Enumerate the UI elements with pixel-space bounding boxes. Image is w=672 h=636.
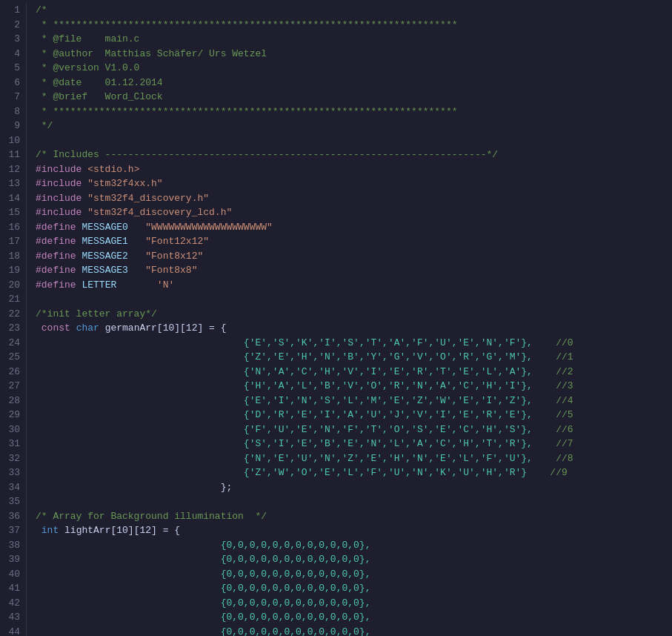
line-number: 3 bbox=[6, 32, 20, 47]
code-line: * @date 01.12.2014 bbox=[36, 76, 663, 90]
token-array-content: {0,0,0,0,0,0,0,0,0,0,0,0}, bbox=[221, 554, 371, 565]
code-line: * **************************************… bbox=[36, 18, 663, 33]
code-line: {'E','I','N','S','L','M','E','Z','W','E'… bbox=[36, 394, 663, 408]
token-include-str: "stm32f4xx.h" bbox=[87, 178, 162, 189]
code-line: }; bbox=[36, 480, 663, 495]
code-editor: 1234567891011121314151617181920212223242… bbox=[0, 0, 672, 636]
line-number: 44 bbox=[6, 625, 20, 637]
line-number: 15 bbox=[6, 205, 20, 220]
token-define-val: "Font8x8" bbox=[145, 265, 197, 276]
token-normal bbox=[36, 583, 221, 594]
token-normal bbox=[36, 453, 244, 464]
token-include-str: <stdio.h> bbox=[87, 164, 139, 175]
code-line bbox=[36, 133, 663, 148]
code-line: {'F','U','E','N','F','T','O','S','E','C'… bbox=[36, 423, 663, 437]
code-line: {0,0,0,0,0,0,0,0,0,0,0,0}, bbox=[36, 596, 663, 611]
token-normal: germanArr[10][12] = { bbox=[105, 322, 227, 334]
code-line: const char germanArr[10][12] = { bbox=[36, 321, 663, 336]
token-line-comment: //1 bbox=[533, 351, 573, 362]
line-number: 37 bbox=[6, 523, 20, 538]
token-comment: * @brief Word_Clock bbox=[36, 91, 163, 102]
line-number: 2 bbox=[6, 18, 20, 33]
token-normal bbox=[36, 540, 221, 551]
code-content[interactable]: /* * ***********************************… bbox=[27, 3, 672, 636]
code-line: {0,0,0,0,0,0,0,0,0,0,0,0}, bbox=[36, 538, 663, 553]
token-array-content: {0,0,0,0,0,0,0,0,0,0,0,0}, bbox=[221, 597, 371, 609]
line-number: 41 bbox=[6, 581, 20, 596]
code-line: #define MESSAGE3 "Font8x8" bbox=[36, 263, 663, 278]
line-number: 24 bbox=[6, 336, 20, 351]
token-normal bbox=[36, 380, 244, 391]
token-array-content: {'N','E','U','N','Z','E','H','N','E','L'… bbox=[244, 453, 533, 464]
token-array-content: {'H','A','L','B','V','O','R','N','A','C'… bbox=[244, 380, 533, 391]
token-normal bbox=[36, 569, 221, 580]
token-array-content: {0,0,0,0,0,0,0,0,0,0,0,0}, bbox=[221, 626, 371, 637]
line-number: 7 bbox=[6, 90, 20, 105]
line-number: 25 bbox=[6, 350, 20, 365]
token-line-comment: //2 bbox=[533, 366, 573, 377]
token-normal bbox=[128, 222, 145, 233]
token-preprocessor: #include bbox=[36, 164, 87, 175]
line-number: 22 bbox=[6, 307, 20, 322]
token-preprocessor: #define bbox=[36, 222, 81, 233]
line-number: 4 bbox=[6, 47, 20, 62]
line-number: 5 bbox=[6, 61, 20, 76]
token-line-comment: //9 bbox=[527, 467, 568, 478]
code-line: #include "stm32f4_discovery_lcd.h" bbox=[36, 205, 663, 220]
token-array-content: {'Z','E','H','N','B','Y','G','V','O','R'… bbox=[244, 351, 533, 362]
token-define-val: "Font8x12" bbox=[145, 251, 203, 262]
token-array-content: {'E','S','K','I','S','T','A','F','U','E'… bbox=[244, 337, 533, 348]
token-comment: * @version V1.0.0 bbox=[36, 62, 139, 73]
line-number: 21 bbox=[6, 292, 20, 307]
code-line: {0,0,0,0,0,0,0,0,0,0,0,0}, bbox=[36, 581, 663, 596]
code-line: {0,0,0,0,0,0,0,0,0,0,0,0}, bbox=[36, 610, 663, 625]
token-comment: * **************************************… bbox=[36, 106, 458, 117]
token-normal bbox=[128, 265, 145, 276]
line-number: 32 bbox=[6, 451, 20, 466]
token-define-val: "Font12x12" bbox=[145, 236, 209, 247]
token-char-val: 'N' bbox=[157, 279, 174, 291]
line-number: 23 bbox=[6, 321, 20, 336]
line-number: 16 bbox=[6, 220, 20, 235]
token-normal bbox=[128, 251, 145, 262]
token-array-content: {0,0,0,0,0,0,0,0,0,0,0,0}, bbox=[221, 569, 371, 580]
token-comment: /* Array for Background illumination */ bbox=[36, 511, 267, 522]
token-comment: /*init letter array*/ bbox=[36, 308, 157, 319]
token-comment: /* Includes ----------------------------… bbox=[36, 149, 498, 160]
token-array-content: {'F','U','E','N','F','T','O','S','E','C'… bbox=[244, 424, 533, 435]
token-define-val: "WWWWWWWWWWWWWWWWWWWW" bbox=[145, 222, 273, 233]
line-number: 11 bbox=[6, 148, 20, 162]
code-line: * @version V1.0.0 bbox=[36, 61, 663, 76]
line-number: 36 bbox=[6, 509, 20, 524]
token-keyword: const bbox=[41, 322, 76, 334]
token-array-content: {'D','R','E','I','A','U','J','V','I','E'… bbox=[244, 409, 533, 420]
code-line: * @file main.c bbox=[36, 32, 663, 47]
token-array-content: {0,0,0,0,0,0,0,0,0,0,0,0}, bbox=[221, 540, 371, 551]
token-line-comment: //8 bbox=[533, 453, 573, 464]
token-normal bbox=[128, 279, 157, 291]
line-number: 9 bbox=[6, 119, 20, 133]
line-number: 19 bbox=[6, 263, 20, 278]
token-normal bbox=[128, 236, 145, 247]
line-number: 6 bbox=[6, 76, 20, 90]
token-define-name: MESSAGE0 bbox=[81, 222, 127, 233]
code-line: */ bbox=[36, 119, 663, 133]
code-line: #define MESSAGE1 "Font12x12" bbox=[36, 234, 663, 249]
token-array-content: {0,0,0,0,0,0,0,0,0,0,0,0}, bbox=[221, 612, 371, 623]
line-number: 30 bbox=[6, 423, 20, 437]
token-line-comment: //6 bbox=[533, 424, 573, 435]
code-line: * @author Matthias Schäfer/ Urs Wetzel bbox=[36, 47, 663, 62]
line-numbers: 1234567891011121314151617181920212223242… bbox=[0, 3, 27, 636]
token-line-comment: //7 bbox=[533, 438, 573, 449]
code-line: #include "stm32f4xx.h" bbox=[36, 176, 663, 191]
line-number: 33 bbox=[6, 466, 20, 480]
token-comment: * @author Matthias Schäfer/ Urs Wetzel bbox=[36, 48, 267, 59]
line-number: 14 bbox=[6, 191, 20, 206]
line-number: 10 bbox=[6, 133, 20, 148]
token-array-content: {'Z','W','O','E','L','F','U','N','K','U'… bbox=[244, 467, 527, 478]
token-comment: */ bbox=[36, 120, 53, 131]
token-define-name: MESSAGE1 bbox=[81, 236, 127, 247]
code-line: {0,0,0,0,0,0,0,0,0,0,0,0}, bbox=[36, 552, 663, 567]
line-number: 40 bbox=[6, 567, 20, 582]
token-preprocessor: #define bbox=[36, 251, 81, 262]
